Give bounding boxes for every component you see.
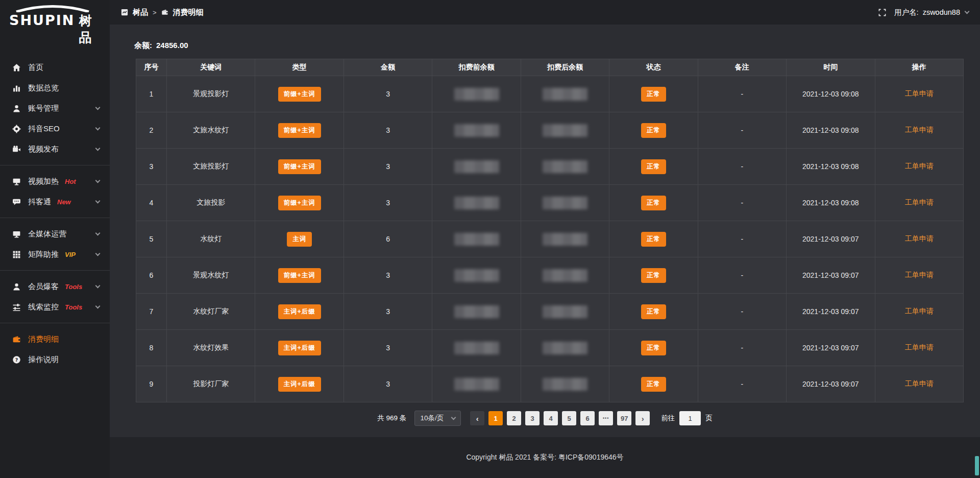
cell-status: 正常 <box>609 294 698 330</box>
work-order-link[interactable]: 工单申请 <box>905 126 934 134</box>
next-page-button[interactable]: › <box>635 411 650 425</box>
cell-balance-after <box>521 76 609 112</box>
footer: Copyright 树品 2021 备案号: 粤ICP备09019646号 <box>110 437 980 478</box>
topbar-right: 用户名: zswodun88 <box>878 8 969 17</box>
col-remark: 备注 <box>698 59 786 76</box>
sidebar-item-lead-monitor[interactable]: 线索监控 Tools <box>0 297 110 317</box>
chat-bubble-icon <box>12 198 21 206</box>
breadcrumb-item-root[interactable]: 树品 <box>133 8 148 17</box>
sidebar-item-home[interactable]: 首页 <box>0 57 110 78</box>
sidebar-item-omnimedia-operation[interactable]: 全媒体运营 <box>0 224 110 244</box>
prev-page-button[interactable]: ‹ <box>470 411 484 425</box>
chevron-down-icon <box>95 251 101 256</box>
fullscreen-icon[interactable] <box>878 9 886 16</box>
ellipsis-button[interactable]: ••• <box>599 411 613 425</box>
sidebar-item-douyin-seo[interactable]: 抖音SEO <box>0 118 110 139</box>
work-order-link[interactable]: 工单申请 <box>905 379 934 388</box>
status-badge: 正常 <box>641 159 666 174</box>
page-button-97[interactable]: 97 <box>617 411 631 425</box>
breadcrumb: 树品 > 消费明细 <box>121 8 204 17</box>
cell-type: 主词+后缀 <box>255 294 344 330</box>
cell-amount: 3 <box>344 366 432 402</box>
col-balance-after: 扣费后余额 <box>521 59 609 76</box>
page-button-4[interactable]: 4 <box>544 411 558 425</box>
cell-balance-after <box>521 330 609 366</box>
cell-index: 6 <box>136 257 167 294</box>
cell-status: 正常 <box>609 221 698 257</box>
cell-time: 2021-12-03 09:08 <box>787 185 875 221</box>
sidebar-item-label: 全媒体运营 <box>28 229 66 239</box>
page-button-5[interactable]: 5 <box>562 411 576 425</box>
sidebar-item-video-publish[interactable]: 视频发布 <box>0 139 110 159</box>
sidebar-item-data-overview[interactable]: 数据总览 <box>0 78 110 98</box>
balance-label: 余额: <box>134 41 152 51</box>
page-button-1[interactable]: 1 <box>488 411 503 425</box>
brand-name-en: SHUPIN <box>9 12 75 28</box>
type-badge: 主词+后缀 <box>278 377 321 392</box>
sidebar-item-matrix-boost[interactable]: 矩阵助推 VIP <box>0 244 110 265</box>
work-order-link[interactable]: 工单申请 <box>905 307 934 315</box>
work-order-link[interactable]: 工单申请 <box>905 343 934 351</box>
cell-keyword: 文旅水纹灯 <box>167 112 255 149</box>
sidebar-item-account-management[interactable]: 账号管理 <box>0 98 110 118</box>
cell-action: 工单申请 <box>875 76 964 112</box>
sidebar-item-douketong[interactable]: 抖客通 New <box>0 192 110 212</box>
brand-name-cn: 树品 <box>79 12 101 46</box>
page-size-value: 10条/页 <box>420 414 444 423</box>
total-count: 共 969 条 <box>377 414 406 423</box>
cell-time: 2021-12-03 09:08 <box>787 76 875 112</box>
cell-type: 主词+后缀 <box>255 330 344 366</box>
type-badge: 前缀+主词 <box>278 123 321 138</box>
cell-action: 工单申请 <box>875 149 964 185</box>
chevron-down-icon <box>95 146 101 151</box>
goto-page-input[interactable] <box>679 411 701 425</box>
cell-index: 9 <box>136 366 167 402</box>
sidebar-item-instructions[interactable]: ? 操作说明 <box>0 349 110 370</box>
sidebar-item-video-heating[interactable]: 视频加热 Hot <box>0 171 110 192</box>
status-badge: 正常 <box>641 123 666 138</box>
work-order-link[interactable]: 工单申请 <box>905 89 934 98</box>
scrollbar-thumb[interactable] <box>975 456 979 475</box>
work-order-link[interactable]: 工单申请 <box>905 234 934 243</box>
cell-balance-after <box>521 185 609 221</box>
sidebar-item-label: 会员爆客 <box>28 282 59 292</box>
sidebar-item-member-burst[interactable]: 会员爆客 Tools <box>0 276 110 297</box>
sidebar-item-label: 账号管理 <box>28 104 59 113</box>
cell-amount: 3 <box>344 257 432 294</box>
table-row: 5 水纹灯 主词 6 正常 - 2021-12-03 09:07 工单申请 <box>136 221 964 257</box>
type-badge: 主词+后缀 <box>278 304 321 319</box>
sidebar-item-label: 首页 <box>28 63 43 73</box>
copyright-text: Copyright 树品 2021 备案号: 粤ICP备09019646号 <box>466 453 623 462</box>
redacted-value <box>454 88 499 101</box>
redacted-value <box>543 305 587 318</box>
sidebar-item-label: 操作说明 <box>28 355 59 365</box>
cell-index: 5 <box>136 221 167 257</box>
pagination: 共 969 条 10条/页 ‹ 1 2 3 4 5 6 ••• 97 › 前往 … <box>110 411 980 426</box>
col-index: 序号 <box>136 59 167 76</box>
sidebar-item-consumption-detail[interactable]: 消费明细 <box>0 329 110 349</box>
page-button-2[interactable]: 2 <box>507 411 521 425</box>
user-menu[interactable]: 用户名: zswodun88 <box>894 8 969 17</box>
sidebar-menu: 首页 数据总览 账号管理 抖音SEO 视频发布 视频加热 Hot <box>0 57 110 370</box>
status-badge: 正常 <box>641 268 666 283</box>
work-order-link[interactable]: 工单申请 <box>905 198 934 206</box>
redacted-value <box>543 233 587 246</box>
cell-keyword: 文旅投影灯 <box>167 149 255 185</box>
col-action: 操作 <box>875 59 964 76</box>
breadcrumb-item-current[interactable]: 消费明细 <box>173 8 204 17</box>
cell-remark: - <box>698 112 786 149</box>
grid-icon <box>12 250 21 259</box>
work-order-link[interactable]: 工单申请 <box>905 271 934 279</box>
redacted-value <box>543 88 587 101</box>
cell-action: 工单申请 <box>875 366 964 402</box>
page-button-3[interactable]: 3 <box>525 411 540 425</box>
chevron-down-icon <box>95 230 101 235</box>
page-button-6[interactable]: 6 <box>580 411 595 425</box>
col-time: 时间 <box>787 59 875 76</box>
sidebar: SHUPIN 树品 首页 数据总览 账号管理 抖音SEO 视频发布 <box>0 0 110 478</box>
work-order-link[interactable]: 工单申请 <box>905 162 934 170</box>
col-amount: 金额 <box>344 59 432 76</box>
cell-remark: - <box>698 366 786 402</box>
page-size-select[interactable]: 10条/页 <box>414 411 461 426</box>
cell-action: 工单申请 <box>875 294 964 330</box>
